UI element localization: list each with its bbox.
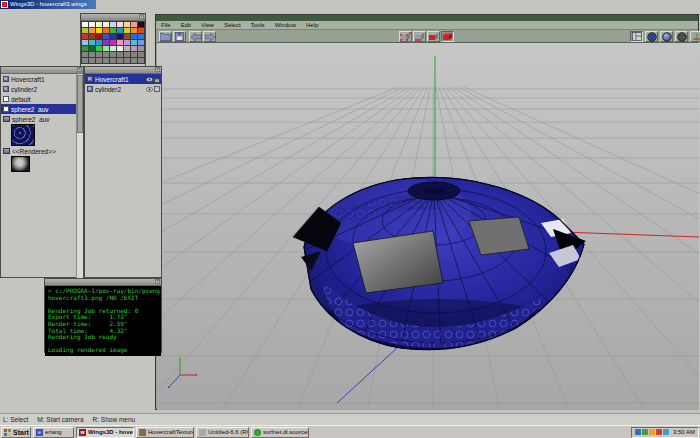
palette-swatch[interactable] <box>89 52 95 57</box>
palette-swatch[interactable] <box>103 22 109 27</box>
palette-swatch[interactable] <box>117 22 123 27</box>
menu-item[interactable]: File <box>156 21 176 29</box>
menu-item[interactable]: Select <box>219 21 246 29</box>
task-button-wings3d[interactable]: w Wings3D - hovercraft... <box>76 427 134 438</box>
task-button-gimp-texture[interactable]: HovercraftTexture.xcf-2... <box>136 427 194 438</box>
scrollbar-thumb[interactable] <box>77 75 83 133</box>
outliner-item-material[interactable]: default <box>1 94 83 104</box>
outliner-item-object[interactable]: cylinder2 <box>1 84 83 94</box>
palette-swatch[interactable] <box>124 52 130 57</box>
palette-swatch[interactable] <box>89 28 95 33</box>
select-face-button[interactable] <box>427 31 440 42</box>
palette-swatch[interactable] <box>131 28 137 33</box>
menu-item[interactable]: Help <box>301 21 323 29</box>
palette-swatch[interactable] <box>138 58 144 63</box>
palette-swatch[interactable] <box>82 46 88 51</box>
viewport-canvas[interactable] <box>157 43 699 410</box>
palette-swatch[interactable] <box>124 58 130 63</box>
start-button[interactable]: Start <box>1 427 31 438</box>
palette-swatch[interactable] <box>138 34 144 39</box>
visibility-eye-icon[interactable] <box>146 77 153 82</box>
palette-swatch[interactable] <box>110 22 116 27</box>
close-icon[interactable]: × <box>155 279 160 284</box>
app-titlebar[interactable]: Wings3D - hovercraft3.wings <box>0 0 96 9</box>
palette-swatch[interactable] <box>131 40 137 45</box>
palette-swatch[interactable] <box>110 34 116 39</box>
palette-swatch[interactable] <box>89 22 95 27</box>
palette-swatch[interactable] <box>131 46 137 51</box>
palette-swatch[interactable] <box>117 40 123 45</box>
undo-button[interactable] <box>189 31 202 42</box>
palette-swatch[interactable] <box>82 28 88 33</box>
console-output[interactable]: > c:/PROGRA~1/pov-ray/bin/pvengine.exe h… <box>45 286 161 356</box>
flat-shaded-button[interactable] <box>645 31 658 42</box>
palette-swatch[interactable] <box>82 34 88 39</box>
palette-swatch[interactable] <box>117 58 123 63</box>
open-file-button[interactable] <box>159 31 172 42</box>
palette-swatch[interactable] <box>103 40 109 45</box>
menu-item[interactable]: View <box>196 21 219 29</box>
outliner-item-material-selected[interactable]: sphere2_auv <box>1 104 83 114</box>
palette-swatch[interactable] <box>131 22 137 27</box>
select-vertex-button[interactable] <box>399 31 412 42</box>
select-body-button[interactable] <box>441 31 454 42</box>
rendered-thumbnail[interactable] <box>11 156 30 172</box>
geometry-item-hovercraft1[interactable]: Hovercraft1 <box>85 74 161 84</box>
palette-swatch[interactable] <box>110 52 116 57</box>
palette-swatch[interactable] <box>89 40 95 45</box>
wireframe-toggle-icon[interactable] <box>154 86 160 92</box>
palette-swatch[interactable] <box>82 52 88 57</box>
tray-icon[interactable] <box>649 429 655 435</box>
workspace-panels-button[interactable] <box>630 31 643 42</box>
palette-swatch[interactable] <box>82 40 88 45</box>
palette-swatch[interactable] <box>124 34 130 39</box>
palette-swatch[interactable] <box>124 28 130 33</box>
palette-titlebar[interactable]: × <box>81 14 145 21</box>
tray-icon[interactable] <box>663 429 669 435</box>
palette-swatch[interactable] <box>96 34 102 39</box>
redo-button[interactable] <box>203 31 216 42</box>
outliner-scrollbar[interactable] <box>76 74 83 278</box>
tray-icon[interactable] <box>656 429 662 435</box>
close-icon[interactable]: × <box>139 14 144 19</box>
geometry-item-cylinder2[interactable]: cylinder2 <box>85 84 161 94</box>
palette-swatch[interactable] <box>103 58 109 63</box>
palette-swatch[interactable] <box>117 28 123 33</box>
palette-swatch[interactable] <box>96 58 102 63</box>
tray-icon[interactable] <box>635 429 641 435</box>
console-titlebar[interactable]: × <box>45 279 161 286</box>
texture-thumbnail[interactable] <box>11 124 35 146</box>
task-button-erlang[interactable]: e erlang <box>33 427 74 438</box>
outliner-item-object[interactable]: Hovercraft1 <box>1 74 83 84</box>
palette-swatch[interactable] <box>117 46 123 51</box>
menu-item[interactable]: Window <box>270 21 301 29</box>
palette-swatch[interactable] <box>138 28 144 33</box>
palette-swatch[interactable] <box>89 58 95 63</box>
palette-swatch[interactable] <box>124 46 130 51</box>
task-button-gimp-untitled[interactable]: Untitled-6.6 (RGB, 1 lay... <box>196 427 249 438</box>
close-icon[interactable]: × <box>77 67 82 72</box>
palette-swatch[interactable] <box>110 58 116 63</box>
palette-swatch[interactable] <box>82 58 88 63</box>
palette-swatch[interactable] <box>131 58 137 63</box>
menu-item[interactable]: Tools <box>246 21 270 29</box>
palette-swatch[interactable] <box>110 28 116 33</box>
palette-swatch[interactable] <box>89 34 95 39</box>
select-edge-button[interactable] <box>413 31 426 42</box>
palette-swatch[interactable] <box>103 52 109 57</box>
menu-item[interactable]: Edit <box>176 21 196 29</box>
outliner-item-image[interactable]: sphere2_auv <box>1 114 83 124</box>
task-button-download[interactable]: ↓ surfnet.dl.sourceforge.n... <box>251 427 309 438</box>
palette-swatch[interactable] <box>117 34 123 39</box>
show-axes-button[interactable] <box>690 31 700 42</box>
save-file-button[interactable] <box>173 31 186 42</box>
palette-swatch[interactable] <box>82 22 88 27</box>
lock-icon[interactable] <box>154 76 160 83</box>
palette-swatch[interactable] <box>131 52 137 57</box>
smooth-shaded-button[interactable] <box>660 31 673 42</box>
palette-swatch[interactable] <box>124 22 130 27</box>
palette-swatch[interactable] <box>138 46 144 51</box>
outliner-item-rendered[interactable]: <<Rendered>> <box>1 146 83 156</box>
viewport-3d[interactable] <box>157 42 699 410</box>
palette-swatch[interactable] <box>103 28 109 33</box>
